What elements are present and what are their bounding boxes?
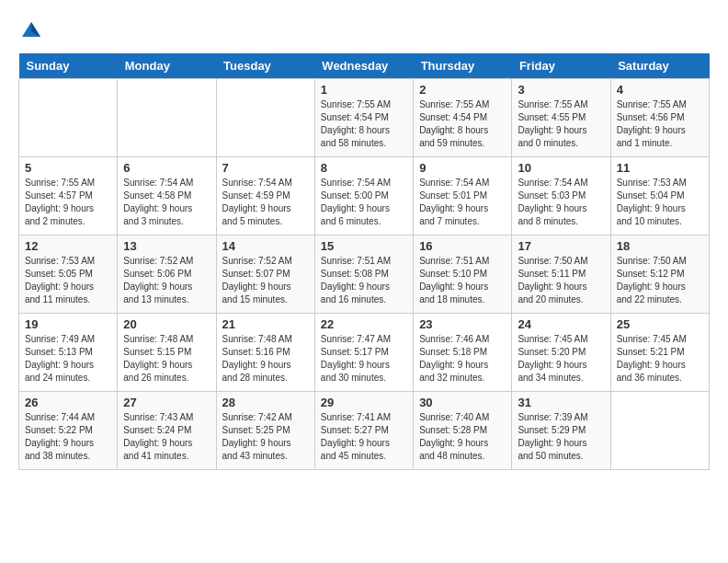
calendar-cell: 1Sunrise: 7:55 AM Sunset: 4:54 PM Daylig… — [314, 79, 413, 157]
day-info: Sunrise: 7:40 AM Sunset: 5:28 PM Dayligh… — [419, 411, 506, 463]
calendar-cell: 4Sunrise: 7:55 AM Sunset: 4:56 PM Daylig… — [610, 79, 709, 157]
calendar-body: 1Sunrise: 7:55 AM Sunset: 4:54 PM Daylig… — [19, 79, 710, 470]
day-info: Sunrise: 7:54 AM Sunset: 5:01 PM Dayligh… — [419, 177, 506, 228]
day-info: Sunrise: 7:54 AM Sunset: 5:00 PM Dayligh… — [321, 177, 407, 228]
calendar-cell: 23Sunrise: 7:46 AM Sunset: 5:18 PM Dayli… — [414, 314, 512, 392]
calendar-cell: 5Sunrise: 7:55 AM Sunset: 4:57 PM Daylig… — [19, 157, 118, 236]
day-info: Sunrise: 7:45 AM Sunset: 5:20 PM Dayligh… — [518, 333, 604, 385]
calendar-cell: 27Sunrise: 7:43 AM Sunset: 5:24 PM Dayli… — [118, 392, 216, 470]
day-number: 11 — [617, 161, 703, 175]
day-info: Sunrise: 7:55 AM Sunset: 4:54 PM Dayligh… — [419, 98, 506, 150]
day-info: Sunrise: 7:55 AM Sunset: 4:54 PM Dayligh… — [321, 98, 407, 150]
calendar-cell — [610, 392, 709, 470]
calendar-cell: 14Sunrise: 7:52 AM Sunset: 5:07 PM Dayli… — [216, 236, 314, 314]
day-number: 30 — [419, 396, 506, 409]
day-number: 7 — [222, 161, 309, 175]
day-number: 23 — [419, 317, 506, 331]
day-number: 14 — [222, 239, 309, 253]
calendar-cell — [216, 79, 314, 157]
calendar-cell: 30Sunrise: 7:40 AM Sunset: 5:28 PM Dayli… — [414, 392, 512, 470]
day-number: 9 — [419, 161, 506, 175]
day-info: Sunrise: 7:44 AM Sunset: 5:22 PM Dayligh… — [25, 411, 111, 463]
day-info: Sunrise: 7:52 AM Sunset: 5:07 PM Dayligh… — [222, 255, 309, 306]
day-info: Sunrise: 7:53 AM Sunset: 5:04 PM Dayligh… — [617, 177, 703, 228]
calendar-cell: 31Sunrise: 7:39 AM Sunset: 5:29 PM Dayli… — [512, 392, 610, 470]
day-info: Sunrise: 7:53 AM Sunset: 5:05 PM Dayligh… — [25, 255, 111, 306]
day-info: Sunrise: 7:48 AM Sunset: 5:15 PM Dayligh… — [123, 333, 210, 385]
day-number: 8 — [321, 161, 407, 175]
calendar-cell: 22Sunrise: 7:47 AM Sunset: 5:17 PM Dayli… — [314, 314, 413, 392]
weekday-friday: Friday — [512, 53, 610, 79]
day-number: 16 — [419, 239, 506, 253]
calendar-week-3: 12Sunrise: 7:53 AM Sunset: 5:05 PM Dayli… — [19, 236, 710, 314]
day-info: Sunrise: 7:55 AM Sunset: 4:57 PM Dayligh… — [25, 177, 111, 228]
calendar-week-4: 19Sunrise: 7:49 AM Sunset: 5:13 PM Dayli… — [19, 314, 710, 392]
calendar-cell: 12Sunrise: 7:53 AM Sunset: 5:05 PM Dayli… — [19, 236, 118, 314]
day-info: Sunrise: 7:41 AM Sunset: 5:27 PM Dayligh… — [321, 411, 407, 463]
day-number: 17 — [518, 239, 604, 253]
day-number: 25 — [617, 317, 703, 331]
calendar-cell: 8Sunrise: 7:54 AM Sunset: 5:00 PM Daylig… — [314, 157, 413, 236]
calendar-cell: 21Sunrise: 7:48 AM Sunset: 5:16 PM Dayli… — [216, 314, 314, 392]
day-number: 29 — [321, 396, 407, 409]
day-number: 3 — [518, 83, 604, 97]
day-info: Sunrise: 7:51 AM Sunset: 5:08 PM Dayligh… — [321, 255, 407, 306]
day-info: Sunrise: 7:43 AM Sunset: 5:24 PM Dayligh… — [123, 411, 210, 463]
calendar-cell: 26Sunrise: 7:44 AM Sunset: 5:22 PM Dayli… — [19, 392, 118, 470]
day-info: Sunrise: 7:48 AM Sunset: 5:16 PM Dayligh… — [222, 333, 309, 385]
day-number: 4 — [617, 83, 703, 97]
calendar-cell: 29Sunrise: 7:41 AM Sunset: 5:27 PM Dayli… — [314, 392, 413, 470]
calendar-cell: 9Sunrise: 7:54 AM Sunset: 5:01 PM Daylig… — [414, 157, 512, 236]
calendar-header: SundayMondayTuesdayWednesdayThursdayFrid… — [19, 53, 710, 79]
day-number: 5 — [25, 161, 111, 175]
calendar-table: SundayMondayTuesdayWednesdayThursdayFrid… — [18, 53, 710, 470]
calendar-cell: 7Sunrise: 7:54 AM Sunset: 4:59 PM Daylig… — [216, 157, 314, 236]
calendar-cell: 6Sunrise: 7:54 AM Sunset: 4:58 PM Daylig… — [118, 157, 216, 236]
weekday-header-row: SundayMondayTuesdayWednesdayThursdayFrid… — [19, 53, 710, 79]
day-info: Sunrise: 7:49 AM Sunset: 5:13 PM Dayligh… — [25, 333, 111, 385]
day-number: 2 — [419, 83, 506, 97]
weekday-wednesday: Wednesday — [314, 53, 413, 79]
calendar-cell: 10Sunrise: 7:54 AM Sunset: 5:03 PM Dayli… — [512, 157, 610, 236]
calendar-cell — [19, 79, 118, 157]
day-number: 27 — [123, 396, 210, 409]
day-number: 13 — [123, 239, 210, 253]
day-info: Sunrise: 7:46 AM Sunset: 5:18 PM Dayligh… — [419, 333, 506, 385]
day-info: Sunrise: 7:47 AM Sunset: 5:17 PM Dayligh… — [321, 333, 407, 385]
calendar-cell: 17Sunrise: 7:50 AM Sunset: 5:11 PM Dayli… — [512, 236, 610, 314]
day-number: 22 — [321, 317, 407, 331]
logo-icon — [18, 18, 44, 44]
day-number: 21 — [222, 317, 309, 331]
day-number: 6 — [123, 161, 210, 175]
day-info: Sunrise: 7:55 AM Sunset: 4:56 PM Dayligh… — [617, 98, 703, 150]
calendar-cell: 3Sunrise: 7:55 AM Sunset: 4:55 PM Daylig… — [512, 79, 610, 157]
day-info: Sunrise: 7:50 AM Sunset: 5:12 PM Dayligh… — [617, 255, 703, 306]
weekday-monday: Monday — [118, 53, 216, 79]
day-info: Sunrise: 7:39 AM Sunset: 5:29 PM Dayligh… — [518, 411, 604, 463]
calendar-cell: 16Sunrise: 7:51 AM Sunset: 5:10 PM Dayli… — [414, 236, 512, 314]
calendar-cell: 2Sunrise: 7:55 AM Sunset: 4:54 PM Daylig… — [414, 79, 512, 157]
day-info: Sunrise: 7:50 AM Sunset: 5:11 PM Dayligh… — [518, 255, 604, 306]
day-number: 26 — [25, 396, 111, 409]
day-info: Sunrise: 7:45 AM Sunset: 5:21 PM Dayligh… — [617, 333, 703, 385]
day-info: Sunrise: 7:54 AM Sunset: 5:03 PM Dayligh… — [518, 177, 604, 228]
day-info: Sunrise: 7:52 AM Sunset: 5:06 PM Dayligh… — [123, 255, 210, 306]
day-number: 19 — [25, 317, 111, 331]
calendar-week-5: 26Sunrise: 7:44 AM Sunset: 5:22 PM Dayli… — [19, 392, 710, 470]
calendar-cell: 28Sunrise: 7:42 AM Sunset: 5:25 PM Dayli… — [216, 392, 314, 470]
day-number: 10 — [518, 161, 604, 175]
day-number: 24 — [518, 317, 604, 331]
calendar-cell: 15Sunrise: 7:51 AM Sunset: 5:08 PM Dayli… — [314, 236, 413, 314]
day-number: 20 — [123, 317, 210, 331]
weekday-thursday: Thursday — [414, 53, 512, 79]
day-number: 12 — [25, 239, 111, 253]
weekday-saturday: Saturday — [610, 53, 709, 79]
day-info: Sunrise: 7:51 AM Sunset: 5:10 PM Dayligh… — [419, 255, 506, 306]
day-number: 18 — [617, 239, 703, 253]
calendar-cell: 25Sunrise: 7:45 AM Sunset: 5:21 PM Dayli… — [610, 314, 709, 392]
calendar-week-1: 1Sunrise: 7:55 AM Sunset: 4:54 PM Daylig… — [19, 79, 710, 157]
calendar-cell: 20Sunrise: 7:48 AM Sunset: 5:15 PM Dayli… — [118, 314, 216, 392]
page-header — [18, 18, 710, 44]
day-info: Sunrise: 7:55 AM Sunset: 4:55 PM Dayligh… — [518, 98, 604, 150]
calendar-cell: 19Sunrise: 7:49 AM Sunset: 5:13 PM Dayli… — [19, 314, 118, 392]
